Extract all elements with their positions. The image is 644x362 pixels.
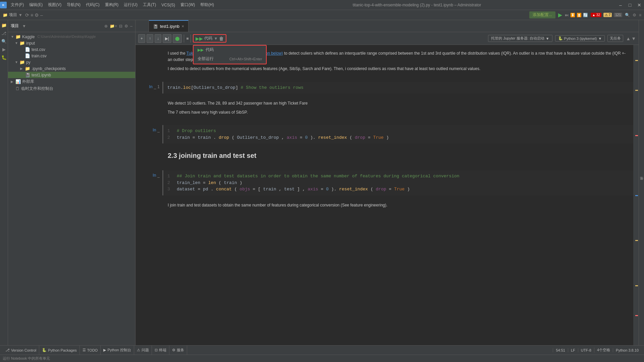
tree-item-py[interactable]: ▼ 📁 py [8,59,135,65]
line-num-3-1: 1 [167,173,171,180]
code-paren5: ( [219,180,221,185]
tree-item-external[interactable]: ▶ 📊 外部库 [8,78,135,85]
md2-para1: We detect 10 outliers. The 28, 89 and 34… [168,100,628,107]
cell-body-c2[interactable]: 1 # Drop outliers 2 train = train . [162,125,633,143]
line-num-3-2: 2 [167,180,171,186]
settings-icon-top[interactable]: ⚙ [633,13,636,17]
indentation: 4个空格 [594,348,613,353]
services-icon: ⚙ [172,348,175,352]
run-icon-left[interactable]: ▶ [0,46,8,53]
menu-navigate[interactable]: 导航(N) [64,1,83,9]
menu-help[interactable]: 帮助(H) [198,1,217,9]
code-content-2[interactable]: 1 # Drop outliers 2 train = train . [162,125,633,143]
version-control-label: Version Control [11,348,36,352]
code-content-1[interactable]: train.loc[Outliers_to_drop] # Show the o… [162,82,633,94]
menu-code[interactable]: 代码(C) [83,1,102,9]
code-eq6: = [253,187,255,192]
code-paren9: ( [371,187,373,192]
move-cell-up-button[interactable]: ↑ [147,34,153,43]
menu-view[interactable]: 视图(V) [45,1,64,9]
reload-icon[interactable]: 🔄 [583,13,588,17]
menu-window[interactable]: 窗口(W) [178,1,198,9]
cell-num-1: _ [154,84,156,89]
python-packages-panel[interactable]: 🐍 Python Packages [39,346,80,355]
tree-item-testcsv[interactable]: 📄 test.csv [8,46,135,53]
maximize-button[interactable]: □ [625,2,635,8]
version-control-panel[interactable]: ⎇ Version Control [3,346,39,355]
code-bracket3: [ [258,187,261,192]
tree-label-checkpoints: .ipynb_checkpoints [32,66,66,71]
code-train4: train [224,180,237,185]
code-dot2: . [213,135,216,140]
code-func-len: len [208,180,216,185]
menu-run[interactable]: 运行(U) [121,1,140,9]
tree-item-kaggle[interactable]: ▼ 📁 Kaggle C:\Users\Administrator\Deskto… [8,34,135,40]
menu-file[interactable]: 文件(F) [8,1,26,9]
search-icon-left[interactable]: 🔍 [0,38,8,45]
tree-item-input[interactable]: ▼ 📁 input [8,40,135,46]
more-icon-top[interactable]: ≡ [639,13,641,17]
code-drop2-param: drop [376,187,386,192]
add-cell-button[interactable]: + [138,34,145,43]
menu-vcs[interactable]: VCS(S) [159,1,178,9]
move-cell-down-button[interactable]: ↓ [155,34,161,43]
tree-item-temp[interactable]: 🗒 临时文件和控制台 [8,85,135,92]
scrollbar-gutter[interactable] [633,45,639,345]
step-into-icon[interactable]: ⏬ [570,13,575,17]
kernel-restart-button[interactable]: ⬤ [173,34,182,43]
close-button[interactable]: ✕ [635,2,644,8]
sidebar-close-icon[interactable]: – [130,24,132,28]
folder-tree-icon[interactable]: 📁 [0,21,8,29]
file-icon-testcsv: 📄 [25,47,30,52]
code-dropdown-menu: ▶▶ 代码 全部运行 Ctrl+Alt+Shift+Enter [193,45,267,64]
debug-icon-left[interactable]: 🐛 [0,54,8,61]
play-icon[interactable]: ▶ [558,12,562,18]
code-content-3[interactable]: 1 ## Join train and test datasets in ord… [162,170,633,195]
step-out-icon[interactable]: ⏫ [577,13,582,17]
left-icon-strip: 📁 ⎇ 🔍 ▶ 🐛 [0,20,8,345]
tree-item-notebook[interactable]: 📓 test1.ipynb [8,72,135,78]
layout-icon[interactable]: ≡ [31,12,33,18]
tab-close-notebook[interactable]: ✕ [181,24,184,28]
settings-icon2[interactable]: ⚙ [35,12,39,18]
menu-refactor[interactable]: 重构(R) [102,1,121,9]
run-all-menu-item[interactable]: 全部运行 Ctrl+Alt+Shift+Enter [194,54,266,64]
menu-tools[interactable]: 工具(T) [140,1,159,9]
tree-item-traincsv[interactable]: 📄 train.csv [8,53,135,59]
sidebar-dropdown-icon[interactable]: ▼ [22,24,26,28]
scroll-marker-red2 [635,315,638,316]
terminal-panel[interactable]: ⊡ 终端 [152,346,169,355]
todo-panel[interactable]: ☰ TODO [80,346,101,355]
run-and-advance-button[interactable]: ▶| [163,34,171,43]
delete-cell-icon[interactable]: 🗑 [219,36,224,41]
python-console-panel[interactable]: ▶ Python 控制台 [101,346,134,355]
services-panel[interactable]: ⚙ 服务 [169,346,187,355]
server-badge[interactable]: 托管的 Jupyter 服务器: 自动启动 ▼ [488,35,552,42]
step-over-icon[interactable]: ⏭ [565,13,569,17]
cell-type-dropdown[interactable]: ▶▶ 代码 ▼ 🗑 [193,34,226,43]
code-test: test [284,187,294,192]
minus-icon[interactable]: – [40,12,43,18]
add-config-button[interactable]: 添加配置... [529,11,555,18]
stop-kernel-icon[interactable]: ■ [186,36,189,41]
git-icon[interactable]: ⎇ [0,29,8,37]
menu-edit[interactable]: 编辑(E) [26,1,45,9]
tree-item-checkpoints[interactable]: ▶ 📁 .ipynb_checkpoints [8,65,135,72]
minimize-button[interactable]: – [616,2,625,8]
search-icon-top[interactable]: 🔍 [625,13,630,17]
cell-body-c1[interactable]: train.loc[Outliers_to_drop] # Show the o… [162,82,633,94]
problems-panel[interactable]: ⚠ 问题 [134,346,152,355]
cell-body-c3[interactable]: 1 ## Join train and test datasets in ord… [162,170,633,195]
sidebar-settings-icon[interactable]: ⚙ [124,24,128,28]
tree-label-temp: 临时文件和控制台 [21,86,53,92]
scroll-down-btn[interactable]: ▼ [631,36,636,41]
scroll-up-btn[interactable]: ▲ [626,36,631,41]
new-file-icon[interactable]: ⊕ [104,24,108,28]
kernel-badge[interactable]: 🐍 Python 3 (ipykernel) ▼ [555,35,605,42]
new-folder-icon[interactable]: 📁+ [110,24,117,28]
code-var-outliers: Outliers_to_drop [194,85,235,90]
sync-icon[interactable]: ⟳ [25,12,29,18]
tab-notebook[interactable]: 📓 test1.ipynb ✕ [149,20,189,32]
collapse-all-icon[interactable]: ⊟ [119,24,122,28]
code-comma3: , [303,187,308,192]
